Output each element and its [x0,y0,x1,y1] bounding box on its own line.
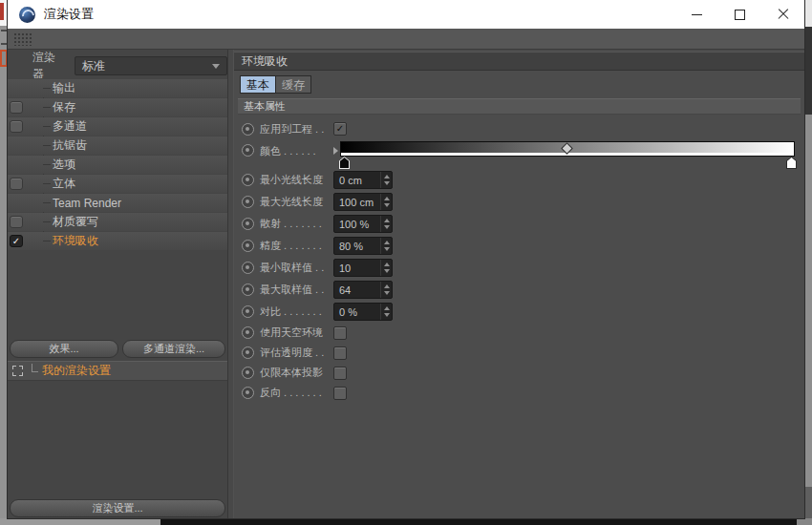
param-label: 反向 . . . . . . . [260,386,333,400]
tree-branch-line [43,183,51,184]
sidebar-item-stereoscopic[interactable]: 立体 [8,175,227,193]
spinner-icon[interactable] [380,194,392,210]
self-shadowing-only-checkbox[interactable] [333,367,347,380]
tree-branch-line [43,241,51,242]
background-fragment [804,27,812,115]
background-fragment [1,30,7,45]
sidebar-item-save[interactable]: 保存 [8,98,227,116]
anim-key-circle-icon[interactable] [242,196,254,208]
section-header: 基本属性 [238,98,801,115]
anim-key-circle-icon[interactable] [242,305,254,318]
gradient-knot-black[interactable] [339,157,350,169]
renderer-dropdown[interactable]: 标准 [75,56,227,75]
render-preset-item[interactable]: 我的渲染设置 [8,361,227,381]
anim-key-circle-icon[interactable] [242,367,254,379]
sidebar-item-options[interactable]: 选项 [8,156,227,174]
max-ray-length-field[interactable]: 100 cm [333,193,393,211]
tree-branch-line [43,221,51,222]
maximize-button[interactable] [718,0,761,29]
spinner-icon[interactable] [380,238,392,254]
gradient-knot-white[interactable] [786,157,797,169]
multi-pass-enable-checkbox[interactable] [10,120,23,133]
titlebar[interactable]: 渲染设置 [8,0,804,29]
close-icon [778,9,789,20]
param-label: 使用天空环境 [260,326,333,340]
anim-key-circle-icon[interactable] [242,326,254,339]
field-value: 64 [339,284,380,296]
tab-cache[interactable]: 缓存 [276,75,311,94]
anim-key-circle-icon[interactable] [242,240,254,252]
anim-key-circle-icon[interactable] [242,123,254,136]
sidebar-item-multi-pass[interactable]: 多通道 [8,117,227,136]
apply-to-project-checkbox[interactable] [333,122,347,136]
sidebar-item-label: 保存 [53,99,75,116]
settings-detail-panel: 环境吸收 基本 缓存 基本属性 应用到工程 . . [234,50,804,518]
preset-target-icon [12,366,23,376]
sidebar-item-anti-aliasing[interactable]: 抗锯齿 [8,136,227,155]
anim-key-circle-icon[interactable] [242,284,254,296]
dispersion-field[interactable]: 100 % [333,215,393,233]
spinner-icon[interactable] [380,216,392,232]
spinner-icon[interactable] [380,282,392,298]
accuracy-field[interactable]: 80 % [333,237,393,255]
spinner-icon[interactable] [380,304,392,320]
sidebar-item-label: 材质覆写 [53,214,98,230]
anim-key-circle-icon[interactable] [242,218,254,230]
tree-branch-line [43,88,51,89]
renderer-row: 渲染器 标准 [8,55,227,76]
maximize-icon [735,10,745,20]
param-label: 最小光线长度 [260,173,333,187]
param-label: 最小取样值 . . [260,261,333,275]
tab-basic[interactable]: 基本 [240,75,276,94]
row-evaluate-transparency: 评估透明度 . . [234,343,804,363]
app-icon [19,7,35,23]
color-gradient-control[interactable] [340,139,795,169]
render-settings-button[interactable]: 渲染设置... [10,499,225,517]
field-value: 10 [339,262,380,274]
material-override-enable-checkbox[interactable] [10,216,23,228]
minimize-button[interactable] [675,0,718,29]
invert-checkbox[interactable] [333,387,347,400]
row-apply-to-project: 应用到工程 . . [234,118,804,139]
background-fragment [797,518,812,525]
anim-key-circle-icon[interactable] [242,144,254,157]
sidebar-item-team-render[interactable]: Team Render [8,194,227,212]
sidebar-item-label: 选项 [53,157,75,173]
min-samples-field[interactable]: 10 [333,259,393,277]
anim-key-circle-icon[interactable] [242,387,254,399]
background-fragment [0,3,4,20]
save-enable-checkbox[interactable] [10,101,23,114]
stereoscopic-enable-checkbox[interactable] [10,178,23,190]
ambient-occlusion-enable-checkbox[interactable] [10,235,23,247]
screen: 渲染设置 渲染器 标准 [0,0,812,525]
sidebar-item-material-override[interactable]: 材质覆写 [8,213,227,231]
background-bottom-sliver [0,518,812,525]
expand-arrow-icon[interactable] [333,147,338,155]
panel-splitter[interactable] [227,50,234,518]
drag-grip-icon[interactable] [13,32,32,46]
anim-key-circle-icon[interactable] [242,174,254,186]
multi-pass-render-button[interactable]: 多通道渲染... [122,340,225,358]
background-right-sliver [804,0,812,525]
evaluate-transparency-checkbox[interactable] [333,346,347,360]
row-self-shadowing-only: 仅限本体投影 [234,363,804,383]
field-value: 0 % [339,306,380,318]
param-label: 应用到工程 . . [260,122,333,136]
anim-key-circle-icon[interactable] [242,346,254,359]
minimize-icon [692,14,702,15]
min-ray-length-field[interactable]: 0 cm [333,171,393,189]
spinner-icon[interactable] [380,172,392,188]
renderer-dropdown-value: 标准 [82,58,105,74]
use-sky-environment-checkbox[interactable] [333,326,347,340]
spinner-icon[interactable] [380,260,392,276]
max-samples-field[interactable]: 64 [333,281,393,299]
anim-key-circle-icon[interactable] [242,262,254,274]
contrast-field[interactable]: 0 % [333,303,393,321]
close-button[interactable] [761,0,804,29]
effects-button[interactable]: 效果... [10,340,118,358]
field-value: 80 % [339,241,380,252]
sidebar-item-ambient-occlusion[interactable]: 环境吸收 [8,232,227,250]
sidebar-item-output[interactable]: 输出 [8,79,227,97]
row-contrast: 对比 . . . . . . . 0 % [234,301,804,323]
param-label: 散射 . . . . . . . [260,217,333,231]
